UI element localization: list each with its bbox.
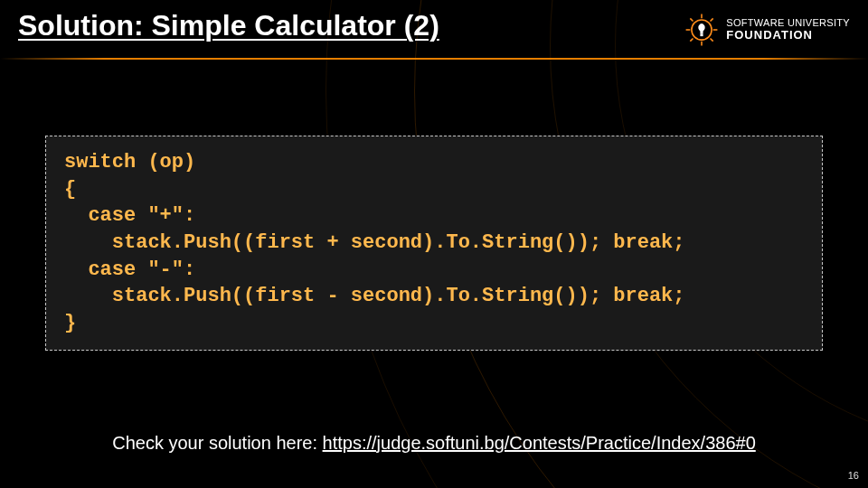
footer: Check your solution here: https://judge.… <box>0 433 868 454</box>
svg-line-6 <box>711 39 713 42</box>
slide-title: Solution: Simple Calculator (2) <box>18 9 439 42</box>
header-divider <box>0 58 868 60</box>
footer-prefix: Check your solution here: <box>112 433 322 453</box>
svg-line-8 <box>711 18 713 21</box>
lightbulb-gear-icon <box>684 13 719 47</box>
svg-line-7 <box>691 39 693 42</box>
logo: SOFTWARE UNIVERSITY FOUNDATION <box>684 13 850 47</box>
svg-rect-9 <box>701 34 703 36</box>
logo-line1: SOFTWARE UNIVERSITY <box>726 17 850 29</box>
header: Solution: Simple Calculator (2) SOFTWARE… <box>0 0 868 54</box>
logo-text: SOFTWARE UNIVERSITY FOUNDATION <box>726 17 850 42</box>
logo-line2: FOUNDATION <box>726 29 850 42</box>
code-block: switch (op) { case "+": stack.Push((firs… <box>45 136 823 351</box>
code-content: switch (op) { case "+": stack.Push((firs… <box>64 149 804 337</box>
solution-link[interactable]: https://judge.softuni.bg/Contests/Practi… <box>323 433 756 453</box>
page-number: 16 <box>848 470 859 481</box>
svg-line-5 <box>691 18 693 21</box>
